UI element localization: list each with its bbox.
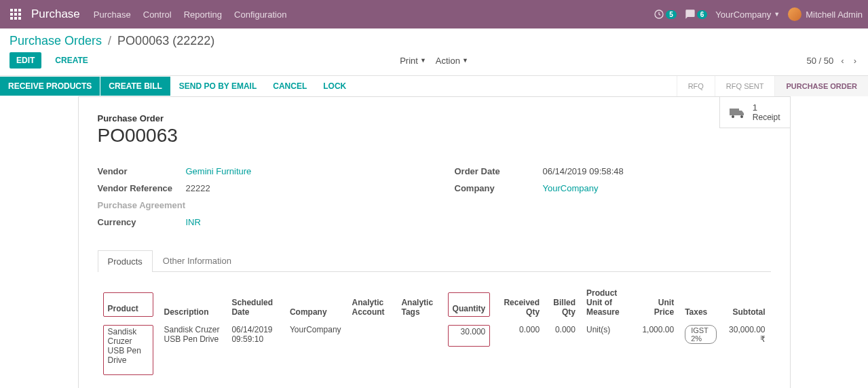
cell-uom: Unit(s): [581, 321, 636, 379]
order-lines-table: Product Description Scheduled Date Compa…: [98, 284, 771, 379]
sheet-inner: Purchase Order PO00063 VendorGemini Furn…: [79, 97, 790, 388]
print-dropdown[interactable]: Print ▼: [400, 56, 426, 66]
tabs: Products Other Information: [98, 250, 771, 272]
step-purchase-order[interactable]: PURCHASE ORDER: [774, 76, 868, 96]
label-vendor: Vendor: [98, 166, 186, 176]
th-received-qty: Received Qty: [495, 284, 545, 321]
pager-text: 50 / 50: [807, 56, 834, 66]
top-bar: Purchase Purchase Control Reporting Conf…: [0, 0, 868, 28]
cp-center: Print ▼ Action ▼: [400, 56, 468, 66]
cell-description: Sandisk Cruzer USB Pen Drive: [159, 321, 227, 379]
nav-purchase[interactable]: Purchase: [94, 9, 131, 20]
nav-menu: Purchase Control Reporting Configuration: [94, 9, 287, 20]
create-bill-button[interactable]: CREATE BILL: [100, 77, 170, 96]
svg-rect-4: [14, 13, 17, 16]
th-unit-price: Unit Price: [636, 284, 679, 321]
tab-other-information[interactable]: Other Information: [153, 250, 242, 271]
cell-received-qty: 0.000: [495, 321, 545, 379]
svg-rect-8: [18, 17, 21, 20]
vendor-ref-value: 22222: [186, 183, 210, 193]
breadcrumb-parent[interactable]: Purchase Orders: [10, 34, 102, 47]
svg-rect-10: [730, 109, 739, 115]
record-title-label: Purchase Order: [98, 113, 771, 123]
action-bar: RECEIVE PRODUCTS CREATE BILL SEND PO BY …: [0, 75, 868, 96]
receive-products-button[interactable]: RECEIVE PRODUCTS: [0, 77, 100, 96]
label-company: Company: [455, 183, 543, 193]
messages-indicator[interactable]: 6: [685, 9, 708, 20]
nav-configuration[interactable]: Configuration: [234, 9, 286, 20]
company-name: YourCompany: [715, 9, 771, 20]
company-switcher[interactable]: YourCompany ▼: [715, 9, 780, 20]
th-company: Company: [284, 284, 347, 321]
send-po-button[interactable]: SEND PO BY EMAIL: [171, 77, 265, 96]
app-title[interactable]: Purchase: [31, 7, 80, 21]
avatar: [788, 7, 801, 21]
nav-control[interactable]: Control: [143, 9, 172, 20]
th-taxes: Taxes: [679, 284, 722, 321]
create-button[interactable]: CREATE: [48, 52, 94, 69]
info-col-right: Order Date06/14/2019 09:58:48 CompanyYou…: [455, 163, 771, 231]
pager-next[interactable]: ›: [852, 56, 858, 66]
label-currency: Currency: [98, 217, 186, 227]
company-link[interactable]: YourCompany: [543, 183, 599, 193]
nav-reporting[interactable]: Reporting: [184, 9, 222, 20]
info-col-left: VendorGemini Furniture Vendor Reference2…: [98, 163, 414, 231]
th-subtotal: Subtotal: [722, 284, 770, 321]
cell-quantity: 30.000: [448, 325, 491, 347]
lock-button[interactable]: LOCK: [315, 77, 354, 96]
cell-scheduled-date: 06/14/2019 09:59:10: [226, 321, 284, 379]
svg-rect-6: [10, 17, 13, 20]
form-sheet: 1 Receipt Purchase Order PO00063 VendorG…: [78, 96, 791, 388]
stat-count: 1: [753, 102, 780, 113]
svg-point-12: [740, 115, 743, 118]
svg-rect-7: [14, 17, 17, 20]
cell-unit-price: 1,000.00: [636, 321, 679, 379]
breadcrumb-bar: Purchase Orders / PO00063 (22222): [0, 28, 868, 48]
vendor-link[interactable]: Gemini Furniture: [186, 166, 252, 176]
sheet-wrap: 1 Receipt Purchase Order PO00063 VendorG…: [0, 96, 868, 388]
pager: 50 / 50 ‹ ›: [807, 56, 858, 66]
svg-rect-1: [14, 9, 17, 12]
step-rfq[interactable]: RFQ: [677, 76, 715, 96]
th-product: Product: [103, 292, 153, 317]
cell-billed-qty: 0.000: [545, 321, 581, 379]
activity-indicator[interactable]: 5: [654, 9, 677, 20]
action-dropdown[interactable]: Action ▼: [436, 56, 468, 66]
chevron-down-icon: ▼: [774, 11, 780, 18]
th-scheduled-date: Scheduled Date: [226, 284, 284, 321]
breadcrumb-separator: /: [108, 34, 111, 47]
apps-icon[interactable]: [5, 9, 26, 20]
receipt-stat-button[interactable]: 1 Receipt: [719, 97, 790, 128]
label-order-date: Order Date: [455, 166, 543, 176]
stat-label: Receipt: [753, 113, 780, 122]
cell-subtotal: 30,000.00 ₹: [722, 321, 770, 379]
th-analytic-account: Analytic Account: [347, 284, 396, 321]
svg-rect-0: [10, 9, 13, 12]
order-date-value: 06/14/2019 09:58:48: [543, 166, 624, 176]
th-description: Description: [159, 284, 227, 321]
table-row[interactable]: Sandisk Cruzer USB Pen Drive Sandisk Cru…: [98, 321, 771, 379]
th-uom: Product Unit of Measure: [581, 284, 636, 321]
th-analytic-tags: Analytic Tags: [396, 284, 442, 321]
breadcrumb: Purchase Orders / PO00063 (22222): [10, 34, 858, 48]
pager-prev[interactable]: ‹: [839, 56, 846, 66]
cell-analytic-tags: [396, 321, 442, 379]
cell-analytic-account: [347, 321, 396, 379]
currency-link[interactable]: INR: [186, 217, 201, 227]
cell-product: Sandisk Cruzer USB Pen Drive: [103, 325, 153, 375]
cell-company: YourCompany: [284, 321, 347, 379]
user-menu[interactable]: Mitchell Admin: [788, 7, 863, 21]
th-billed-qty: Billed Qty: [545, 284, 581, 321]
svg-point-11: [732, 115, 734, 118]
user-name: Mitchell Admin: [806, 9, 863, 20]
edit-button[interactable]: EDIT: [10, 52, 41, 69]
cancel-button[interactable]: CANCEL: [265, 77, 315, 96]
step-rfq-sent[interactable]: RFQ SENT: [715, 76, 775, 96]
chevron-down-icon: ▼: [462, 57, 468, 64]
chevron-down-icon: ▼: [420, 57, 426, 64]
tab-products[interactable]: Products: [98, 250, 153, 272]
truck-icon: [730, 106, 746, 119]
activity-badge: 5: [666, 10, 677, 19]
status-bar: RFQ RFQ SENT PURCHASE ORDER: [677, 76, 868, 96]
breadcrumb-current: PO00063 (22222): [117, 34, 214, 47]
